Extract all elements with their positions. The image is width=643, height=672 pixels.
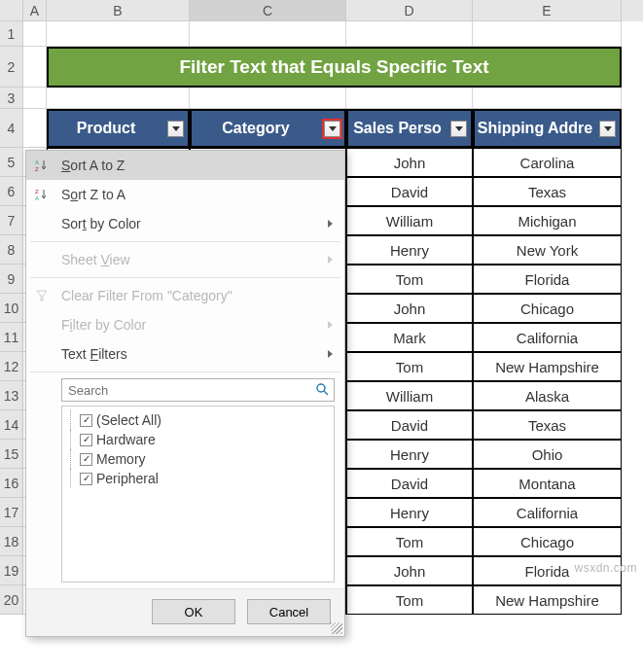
cell[interactable] (190, 88, 346, 109)
cell[interactable] (23, 47, 47, 88)
cell-sales-person[interactable]: John (346, 556, 473, 585)
cell[interactable] (346, 88, 473, 109)
cell-sales-person[interactable]: David (346, 469, 473, 498)
cell-sales-person[interactable]: John (346, 148, 473, 177)
row-header-2[interactable]: 2 (0, 47, 23, 88)
svg-text:A: A (35, 159, 39, 165)
menu-text-filters[interactable]: Text Filters (26, 339, 344, 369)
cell-sales-person[interactable]: Mark (346, 323, 473, 352)
row-header[interactable]: 7 (0, 206, 23, 235)
col-header-C[interactable]: C (190, 0, 346, 21)
resize-grip-icon[interactable] (331, 622, 342, 634)
cell[interactable] (23, 109, 47, 148)
tree-label: Peripheral (96, 471, 159, 486)
cell-shipping[interactable]: Texas (473, 177, 622, 206)
cell-shipping[interactable]: Ohio (473, 440, 622, 469)
row-header[interactable]: 5 (0, 148, 23, 177)
menu-label: Sort Z to A (61, 187, 125, 202)
cell-sales-person[interactable]: Tom (346, 352, 473, 381)
filter-button-product[interactable] (167, 121, 184, 137)
tree-item[interactable]: ✓Hardware (68, 430, 328, 449)
cell-sales-person[interactable]: William (346, 381, 473, 410)
cell-shipping[interactable]: Montana (473, 469, 622, 498)
filter-values-tree[interactable]: ✓(Select All) ✓Hardware ✓Memory ✓Periphe… (61, 406, 335, 583)
cell[interactable] (473, 88, 622, 109)
cell-shipping[interactable]: Carolina (473, 148, 622, 177)
row-header[interactable]: 15 (0, 440, 23, 469)
cell[interactable] (23, 88, 47, 109)
cell-sales-person[interactable]: Tom (346, 585, 473, 615)
tree-item[interactable]: ✓Memory (68, 449, 328, 469)
menu-sort-by-color[interactable]: Sort by Color (26, 209, 344, 238)
checkbox-icon[interactable]: ✓ (80, 434, 92, 446)
row-header[interactable]: 12 (0, 352, 23, 381)
filter-button-sales-person[interactable] (450, 121, 467, 137)
cell[interactable] (346, 21, 473, 47)
cell[interactable] (473, 21, 622, 47)
checkbox-icon[interactable]: ✓ (80, 453, 92, 466)
cell-shipping[interactable]: Michigan (473, 206, 622, 235)
row-header-3[interactable]: 3 (0, 88, 23, 109)
header-label: Product (49, 120, 163, 137)
row-header[interactable]: 14 (0, 410, 23, 440)
cell-sales-person[interactable]: William (346, 206, 473, 235)
cell[interactable] (23, 21, 47, 47)
row-header[interactable]: 18 (0, 527, 23, 556)
cell-shipping[interactable]: Alaska (473, 381, 622, 410)
row-header[interactable]: 20 (0, 585, 23, 615)
ok-button[interactable]: OK (152, 599, 235, 624)
header-label: Category (192, 120, 320, 137)
col-header-E[interactable]: E (473, 0, 622, 21)
cancel-button[interactable]: Cancel (247, 599, 331, 624)
row-header[interactable]: 17 (0, 498, 23, 527)
tree-item-select-all[interactable]: ✓(Select All) (68, 410, 328, 430)
svg-text:Z: Z (35, 189, 39, 195)
cell-sales-person[interactable]: John (346, 294, 473, 323)
row-header[interactable]: 13 (0, 381, 23, 410)
cell-shipping[interactable]: New York (473, 235, 622, 265)
column-headers: A B C D E (0, 0, 643, 21)
cell-sales-person[interactable]: David (346, 410, 473, 440)
cell-sales-person[interactable]: Tom (346, 265, 473, 294)
checkbox-icon[interactable]: ✓ (80, 473, 92, 485)
cell-sales-person[interactable]: Henry (346, 235, 473, 265)
menu-sort-za[interactable]: ZA Sort Z to A (26, 180, 344, 209)
search-input[interactable] (61, 378, 335, 402)
row-header[interactable]: 10 (0, 294, 23, 323)
row-header[interactable]: 8 (0, 235, 23, 265)
row-header[interactable]: 11 (0, 323, 23, 352)
cell-shipping[interactable]: Florida (473, 265, 622, 294)
cell-shipping[interactable]: Chicago (473, 294, 622, 323)
row-header-1[interactable]: 1 (0, 21, 23, 47)
cell[interactable] (47, 88, 190, 109)
row-header[interactable]: 6 (0, 177, 23, 206)
cell-shipping[interactable]: New Hampshire (473, 585, 622, 615)
header-label: Sales Perso (348, 120, 447, 137)
select-all-corner[interactable] (0, 0, 23, 21)
tree-item[interactable]: ✓Peripheral (68, 469, 328, 488)
row-header[interactable]: 19 (0, 556, 23, 585)
cell-sales-person[interactable]: Tom (346, 527, 473, 556)
row-header[interactable]: 16 (0, 469, 23, 498)
cell-shipping[interactable]: Florida (473, 556, 622, 585)
cell[interactable] (190, 21, 346, 47)
cell-shipping[interactable]: California (473, 498, 622, 527)
filter-button-shipping[interactable] (599, 121, 616, 137)
col-header-A[interactable]: A (23, 0, 47, 21)
cell-shipping[interactable]: New Hampshire (473, 352, 622, 381)
filter-button-category[interactable] (324, 121, 340, 137)
col-header-B[interactable]: B (47, 0, 190, 21)
cell[interactable] (47, 21, 190, 47)
row-header[interactable]: 9 (0, 265, 23, 294)
cell-sales-person[interactable]: Henry (346, 498, 473, 527)
checkbox-icon[interactable]: ✓ (80, 414, 92, 427)
cell-shipping[interactable]: California (473, 323, 622, 352)
cell-sales-person[interactable]: Henry (346, 440, 473, 469)
row-header-4[interactable]: 4 (0, 109, 23, 148)
cell-shipping[interactable]: Texas (473, 410, 622, 440)
menu-label: Sheet View (61, 252, 130, 267)
col-header-D[interactable]: D (346, 0, 473, 21)
cell-shipping[interactable]: Chicago (473, 527, 622, 556)
menu-sort-az[interactable]: AZ Sort A to Z (26, 151, 344, 180)
cell-sales-person[interactable]: David (346, 177, 473, 206)
